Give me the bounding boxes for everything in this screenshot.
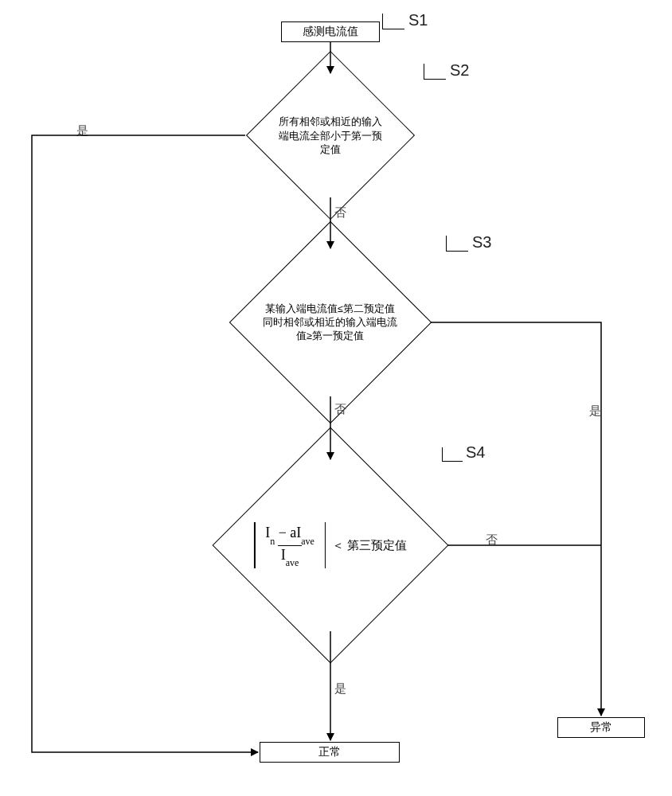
step-s2-diamond: 所有相邻或相近的输入端电流全部小于第一预定值 [246,51,415,220]
step-s3-text: 某输入端电流值≤第二预定值同时相邻或相近的输入端电流值≥第一预定值 [264,303,398,341]
s3-yes-label: 是 [589,404,601,419]
s2-leader [424,64,446,80]
step-s3-diamond: 某输入端电流值≤第二预定值同时相邻或相近的输入端电流值≥第一预定值 [229,221,432,424]
step-s1-id: S1 [408,11,428,29]
s4-no-label: 否 [486,533,498,548]
s4-formula-compare: ＜ 第三预定值 [332,538,407,553]
step-s1-text: 感测电流值 [303,25,358,39]
terminal-normal: 正常 [260,742,400,763]
step-s1-box: 感测电流值 [281,21,380,42]
step-s4-formula: In − aIave Iave ＜ 第三预定值 [254,524,407,567]
s2-no-label: 否 [334,205,346,220]
step-s3-id: S3 [472,233,491,252]
s4-formula-num: In − aIave [262,524,318,545]
s4-formula-den: Iave [278,545,303,568]
s3-no-label: 否 [334,402,346,417]
terminal-abnormal-text: 异常 [590,720,612,735]
terminal-abnormal: 异常 [557,717,645,738]
step-s2-id: S2 [450,61,469,80]
s3-leader [446,236,468,252]
s1-leader [382,14,404,29]
step-s4-id: S4 [466,443,485,462]
s4-yes-label: 是 [334,681,346,696]
step-s2-text: 所有相邻或相近的输入端电流全部小于第一预定值 [279,115,382,155]
step-s4-diamond: In − aIave Iave ＜ 第三预定值 [213,427,449,664]
s2-yes-label: 是 [76,123,88,139]
terminal-normal-text: 正常 [318,745,341,759]
s4-leader [442,447,463,462]
